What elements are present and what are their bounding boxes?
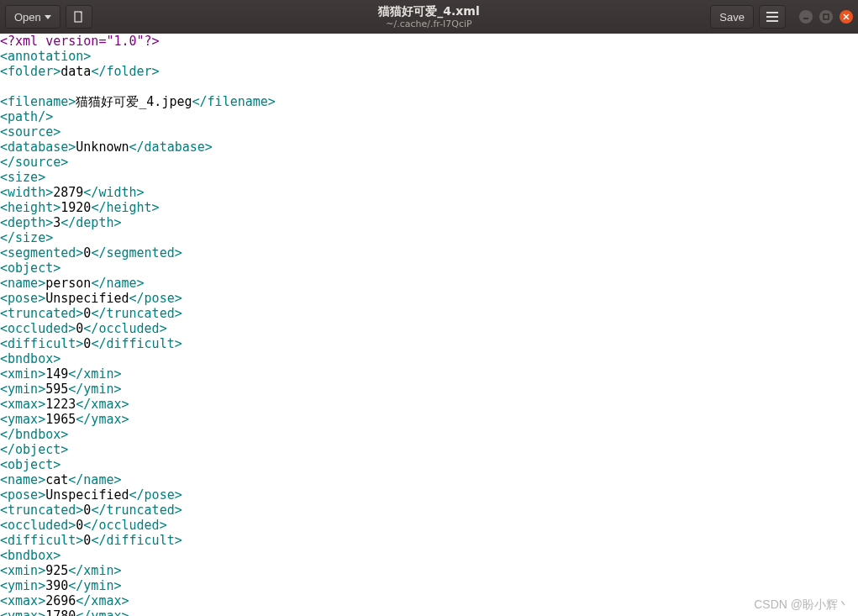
close-icon bbox=[843, 13, 850, 20]
maximize-button[interactable] bbox=[819, 10, 833, 24]
window-title: 猫猫好可爱_4.xml bbox=[378, 4, 479, 18]
svg-rect-0 bbox=[75, 12, 82, 22]
svg-rect-2 bbox=[824, 14, 829, 19]
open-label: Open bbox=[14, 11, 41, 24]
new-document-button[interactable] bbox=[66, 5, 92, 29]
window-subtitle: ~/.cache/.fr-I7QciP bbox=[378, 18, 479, 29]
menu-button[interactable] bbox=[759, 5, 786, 29]
minimize-icon bbox=[803, 13, 809, 20]
watermark: CSDN @盼小辉丶 bbox=[754, 598, 850, 613]
editor-content[interactable]: <?xml version="1.0"?> <annotation> <fold… bbox=[0, 34, 858, 616]
save-button[interactable]: Save bbox=[710, 5, 754, 29]
titlebar: Open 猫猫好可爱_4.xml ~/.cache/.fr-I7QciP Sav… bbox=[0, 0, 858, 34]
minimize-button[interactable] bbox=[799, 10, 813, 24]
title-area: 猫猫好可爱_4.xml ~/.cache/.fr-I7QciP bbox=[378, 4, 479, 29]
close-button[interactable] bbox=[840, 10, 853, 24]
hamburger-icon bbox=[766, 12, 778, 22]
open-button[interactable]: Open bbox=[5, 5, 61, 29]
maximize-icon bbox=[823, 13, 829, 20]
document-icon bbox=[73, 11, 85, 23]
chevron-down-icon bbox=[45, 15, 51, 19]
